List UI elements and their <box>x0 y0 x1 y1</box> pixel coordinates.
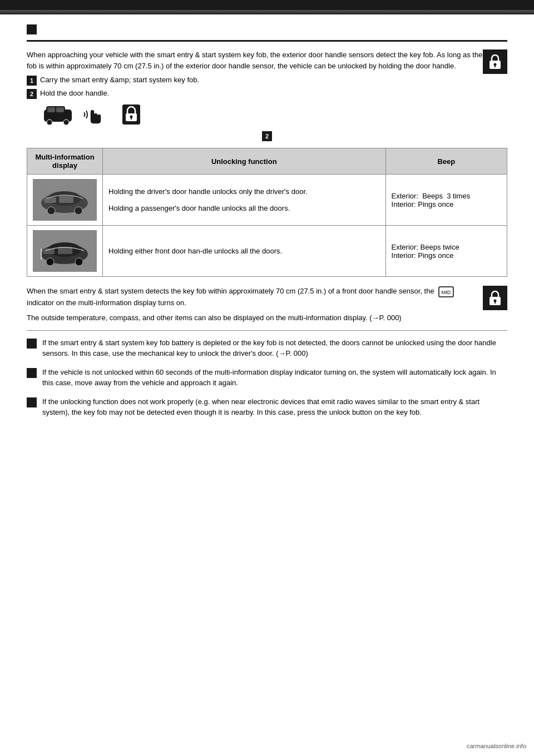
table-section: 2 Multi-informationdisplay Unlocking fun… <box>27 131 507 277</box>
section-square-icon <box>27 24 37 34</box>
svg-point-1 <box>494 63 497 66</box>
table-row1-function-cell: Holding the driver's door handle unlocks… <box>103 175 386 226</box>
car-image-1-svg <box>36 182 94 218</box>
table-row1-image-cell <box>27 175 103 226</box>
step-2-row: 2 Hold the door handle. <box>27 89 507 99</box>
after-table-para1: When the smart entry & start system dete… <box>27 286 507 308</box>
car-icon-svg <box>43 104 73 125</box>
table-badge-2: 2 <box>262 131 272 141</box>
bullet-sections-container: If the smart entry & start system key fo… <box>27 337 507 418</box>
hand-sensor-svg <box>80 104 110 125</box>
content-area: When approaching your vehicle with the s… <box>0 14 534 442</box>
bullet-text-3: If the unlocking function does not work … <box>42 396 507 418</box>
bullet-section-2: If the vehicle is not unlocked within 60… <box>27 367 507 389</box>
section-hr-1 <box>27 330 507 331</box>
col3-header: Beep <box>385 148 507 175</box>
bullet-text-1: If the smart entry & start system key fo… <box>42 337 507 359</box>
lock-svg-mid <box>487 290 503 306</box>
col2-header: Unlocking function <box>103 148 386 175</box>
table-row-1: Holding the driver's door handle unlocks… <box>27 175 507 226</box>
section-header <box>27 24 507 34</box>
small-lock-icon <box>116 103 147 126</box>
bullet-icon-1 <box>27 339 37 349</box>
after-table-section: When the smart entry & start system dete… <box>27 286 507 324</box>
intro-paragraph: When approaching your vehicle with the s… <box>27 49 507 71</box>
svg-rect-23 <box>42 248 55 254</box>
svg-point-11 <box>130 116 133 118</box>
table-row-2: Holding either front door han-dle unlock… <box>27 226 507 277</box>
svg-rect-8 <box>56 107 64 112</box>
bullet-section-1: If the smart entry & start system key fo… <box>27 337 507 359</box>
svg-point-6 <box>63 120 69 125</box>
svg-point-5 <box>47 120 52 125</box>
table-row2-function-cell: Holding either front door han-dle unlock… <box>103 226 386 277</box>
second-bar <box>0 10 534 14</box>
row1-func-line1: Holding the driver's door handle unlocks… <box>108 187 380 196</box>
table-header-row: Multi-informationdisplay Unlocking funct… <box>27 148 507 175</box>
section-divider-line <box>27 40 507 42</box>
table-row2-beep-cell: Exterior: Beeps twice Interior: Pings on… <box>385 226 507 277</box>
row1-beep-exterior: Exterior: Beeps 3 times <box>392 192 501 200</box>
table-row2-image-cell <box>27 226 103 277</box>
page: When approaching your vehicle with the s… <box>0 0 534 756</box>
svg-point-26 <box>75 258 83 266</box>
svg-text:MID: MID <box>442 290 451 295</box>
lock-icon-badge-top <box>483 49 507 74</box>
step-2-badge: 2 <box>27 89 37 99</box>
bullet-section-3: If the unlocking function does not work … <box>27 396 507 418</box>
lock-icon-badge-mid <box>483 286 507 310</box>
step-2-text: Hold the door handle. <box>40 89 109 97</box>
step-1-row: 1 Carry the smart entry &amp; start syst… <box>27 76 507 86</box>
step-1-text: Carry the smart entry &amp; start system… <box>40 76 199 84</box>
svg-point-18 <box>47 207 55 215</box>
top-section: When approaching your vehicle with the s… <box>27 49 507 126</box>
icon-row <box>42 103 507 126</box>
inline-display-icon: MID <box>438 286 454 297</box>
row1-func-line2: Holding a passenger's door handle unlock… <box>108 204 380 212</box>
car-image-2-svg <box>36 233 94 269</box>
watermark: carmanualsonline.info <box>464 742 528 750</box>
car-image-2 <box>33 230 97 272</box>
svg-point-19 <box>75 207 82 215</box>
row2-beep-exterior: Exterior: Beeps twice <box>392 243 501 251</box>
car-image-1 <box>33 179 97 221</box>
svg-point-29 <box>494 300 497 302</box>
svg-rect-16 <box>44 197 56 203</box>
after-table-para2: The outside temperature, compass, and ot… <box>27 312 507 324</box>
top-bar <box>0 0 534 10</box>
row2-beep-interior: Interior: Pings once <box>392 251 501 260</box>
bullet-icon-3 <box>27 397 37 407</box>
bullet-icon-2 <box>27 368 37 378</box>
step-1-badge: 1 <box>27 76 37 86</box>
hand-sensor-icon <box>79 103 110 126</box>
bullet-text-2: If the vehicle is not unlocked within 60… <box>42 367 507 389</box>
svg-rect-7 <box>47 107 55 112</box>
svg-point-25 <box>46 258 54 266</box>
small-lock-svg <box>121 103 141 126</box>
svg-rect-17 <box>59 196 73 203</box>
row1-beep-interior: Interior: Pings once <box>392 200 501 208</box>
info-table: Multi-informationdisplay Unlocking funct… <box>27 148 507 277</box>
lock-svg-top <box>487 53 503 70</box>
table-row1-beep-cell: Exterior: Beeps 3 times Interior: Pings … <box>385 175 507 226</box>
col1-header: Multi-informationdisplay <box>27 148 103 175</box>
table-badge-label: 2 <box>27 131 507 141</box>
car-icon <box>42 103 73 126</box>
